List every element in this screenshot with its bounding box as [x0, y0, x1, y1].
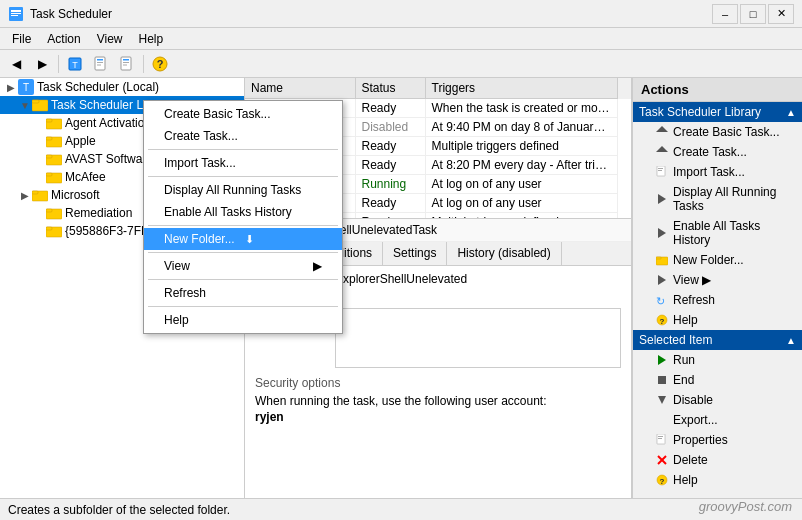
maximize-button[interactable]: □	[740, 4, 766, 24]
svg-rect-27	[46, 173, 52, 176]
actions-panel-title: Actions	[633, 78, 802, 102]
action-item-6[interactable]: View ▶	[633, 270, 802, 290]
status-text: Creates a subfolder of the selected fold…	[8, 503, 230, 517]
action-label: Enable All Tasks History	[673, 219, 796, 247]
svg-rect-9	[97, 64, 101, 65]
svg-marker-47	[658, 355, 666, 365]
svg-rect-48	[658, 376, 666, 384]
back-button[interactable]: ◀	[4, 53, 28, 75]
svg-rect-7	[97, 59, 103, 61]
ctx-help[interactable]: Help	[144, 309, 342, 331]
cell-trigger: At log on of any user	[425, 175, 617, 194]
ctx-import-task[interactable]: Import Task...	[144, 152, 342, 174]
action-item-0[interactable]: Create Basic Task...	[633, 122, 802, 142]
ctx-enable-history[interactable]: Enable All Tasks History	[144, 201, 342, 223]
action-item-2[interactable]: Import Task...	[633, 162, 802, 182]
cell-status: Running	[355, 175, 425, 194]
selected-action-icon	[655, 413, 669, 427]
actions-section-selected[interactable]: Selected Item ▲	[633, 330, 802, 350]
selected-action-item-2[interactable]: Disable	[633, 390, 802, 410]
action-icon	[655, 125, 669, 139]
selected-action-label: Properties	[673, 433, 728, 447]
svg-rect-51	[658, 436, 663, 437]
selected-action-item-0[interactable]: Run	[633, 350, 802, 370]
ctx-new-folder[interactable]: New Folder... ⬇	[144, 228, 342, 250]
selected-action-icon	[655, 393, 669, 407]
menu-help[interactable]: Help	[131, 30, 172, 48]
action-item-1[interactable]: Create Task...	[633, 142, 802, 162]
ctx-create-task[interactable]: Create Task...	[144, 125, 342, 147]
action-item-7[interactable]: ↻Refresh	[633, 290, 802, 310]
action-item-5[interactable]: New Folder...	[633, 250, 802, 270]
action-item-8[interactable]: ?Help	[633, 310, 802, 330]
selected-action-item-3[interactable]: Export...	[633, 410, 802, 430]
selected-action-icon: ?	[655, 473, 669, 487]
svg-rect-19	[32, 100, 39, 103]
action-label: Create Basic Task...	[673, 125, 780, 139]
tab-history[interactable]: History (disabled)	[447, 242, 561, 265]
toolbar-btn-1[interactable]: T	[63, 53, 87, 75]
svg-marker-43	[658, 275, 666, 285]
ctx-display-running[interactable]: Display All Running Tasks	[144, 179, 342, 201]
col-name[interactable]: Name	[245, 78, 355, 99]
svg-rect-31	[46, 209, 52, 212]
selected-action-label: Delete	[673, 453, 708, 467]
selected-action-item-1[interactable]: End	[633, 370, 802, 390]
toolbar-btn-3[interactable]	[115, 53, 139, 75]
action-icon	[655, 165, 669, 179]
ctx-create-basic-task[interactable]: Create Basic Task...	[144, 103, 342, 125]
selected-action-item-4[interactable]: Properties	[633, 430, 802, 450]
right-panel: Actions Task Scheduler Library ▲ Create …	[632, 78, 802, 498]
svg-marker-49	[658, 396, 666, 404]
window-title: Task Scheduler	[30, 7, 112, 21]
action-item-3[interactable]: Display All Running Tasks	[633, 182, 802, 216]
menu-view[interactable]: View	[89, 30, 131, 48]
svg-rect-33	[46, 227, 52, 230]
toolbar-separator-1	[58, 55, 59, 73]
close-button[interactable]: ✕	[768, 4, 794, 24]
ctx-refresh[interactable]: Refresh	[144, 282, 342, 304]
col-status[interactable]: Status	[355, 78, 425, 99]
col-scroll-placeholder	[617, 78, 631, 99]
ctx-sep-2	[148, 176, 338, 177]
section-arrow-2: ▲	[786, 335, 796, 346]
svg-text:?: ?	[660, 317, 665, 326]
selected-action-item-6[interactable]: ?Help	[633, 470, 802, 490]
actions-section-library[interactable]: Task Scheduler Library ▲	[633, 102, 802, 122]
tab-settings[interactable]: Settings	[383, 242, 447, 265]
security-title: Security options	[255, 376, 621, 390]
action-label: New Folder...	[673, 253, 744, 267]
minimize-button[interactable]: –	[712, 4, 738, 24]
cell-trigger: At 9:40 PM on day 8 of January, February…	[425, 118, 617, 137]
svg-rect-11	[123, 59, 129, 61]
svg-marker-34	[656, 126, 668, 132]
action-label: Import Task...	[673, 165, 745, 179]
description-box	[335, 308, 621, 368]
svg-text:?: ?	[157, 58, 164, 70]
selected-action-item-5[interactable]: Delete	[633, 450, 802, 470]
svg-marker-40	[658, 228, 666, 238]
selected-action-icon	[655, 453, 669, 467]
cell-status: Disabled	[355, 118, 425, 137]
toolbar-btn-2[interactable]	[89, 53, 113, 75]
tree-root[interactable]: ▶ T Task Scheduler (Local)	[0, 78, 244, 96]
col-triggers[interactable]: Triggers	[425, 78, 617, 99]
menu-file[interactable]: File	[4, 30, 39, 48]
menu-action[interactable]: Action	[39, 30, 88, 48]
ctx-sep-6	[148, 306, 338, 307]
section-arrow-1: ▲	[786, 107, 796, 118]
app-icon	[8, 6, 24, 22]
action-item-4[interactable]: Enable All Tasks History	[633, 216, 802, 250]
ctx-view[interactable]: View▶	[144, 255, 342, 277]
selected-action-icon	[655, 433, 669, 447]
selected-action-label: Export...	[673, 413, 718, 427]
help-toolbar-button[interactable]: ?	[148, 53, 172, 75]
forward-button[interactable]: ▶	[30, 53, 54, 75]
svg-rect-13	[123, 64, 127, 65]
svg-rect-38	[658, 170, 662, 171]
menu-bar: File Action View Help	[0, 28, 802, 50]
svg-text:↻: ↻	[656, 295, 665, 306]
svg-marker-35	[656, 146, 668, 152]
svg-rect-29	[32, 191, 38, 194]
action-icon: ?	[655, 313, 669, 327]
